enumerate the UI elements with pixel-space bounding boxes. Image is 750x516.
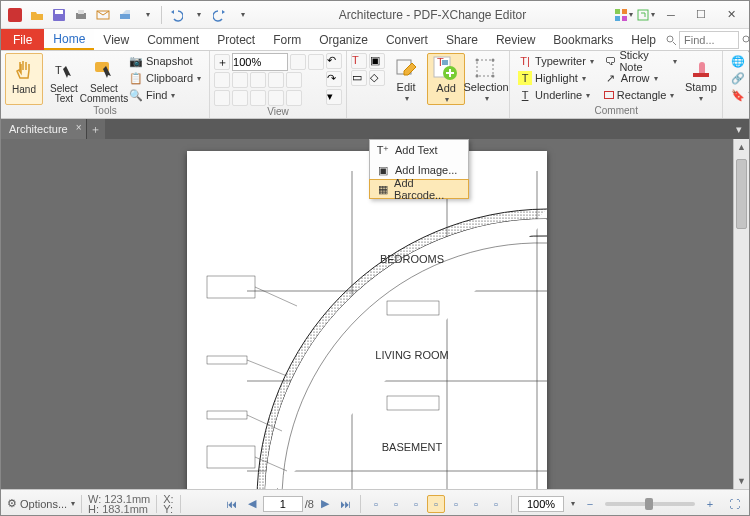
layout-3[interactable]: ▫: [407, 495, 425, 513]
create-link-button[interactable]: 🔗Create Link: [727, 70, 750, 86]
app-icon[interactable]: [5, 5, 25, 25]
close-icon[interactable]: ×: [76, 122, 82, 133]
fit-button[interactable]: ⛶: [725, 495, 743, 513]
arrow-button[interactable]: ↗Arrow▾: [600, 70, 681, 86]
selection-button[interactable]: Selection▾: [467, 53, 505, 105]
launch-icon[interactable]: ▾: [635, 5, 655, 25]
view-btn-3[interactable]: [250, 72, 266, 88]
view-more-icon[interactable]: ▾: [326, 89, 342, 105]
add-bookmark-button[interactable]: 🔖Add Bookmark: [727, 87, 750, 103]
zoom-select[interactable]: [232, 53, 288, 71]
view-btn-4[interactable]: [268, 72, 284, 88]
view-btn-7[interactable]: [232, 90, 248, 106]
layout-2[interactable]: ▫: [387, 495, 405, 513]
tab-organize[interactable]: Organize: [310, 29, 377, 50]
rotate-left-icon[interactable]: ↶: [326, 53, 342, 69]
zoom-in-button[interactable]: +: [701, 495, 719, 513]
find-button[interactable]: 🔍Find▾: [125, 87, 205, 103]
view-btn-9[interactable]: [268, 90, 284, 106]
edit-text-icon[interactable]: T: [351, 53, 367, 69]
layout-1[interactable]: ▫: [367, 495, 385, 513]
tab-review[interactable]: Review: [487, 29, 544, 50]
document-viewport: BEDROOMS LIVING ROOM BASEMENT T⁺Add Text…: [1, 139, 749, 489]
scan-button[interactable]: [115, 5, 135, 25]
layout-7[interactable]: ▫: [487, 495, 505, 513]
view-btn-2[interactable]: [232, 72, 248, 88]
maximize-button[interactable]: ☐: [687, 4, 715, 26]
view-btn-6[interactable]: [214, 90, 230, 106]
canvas[interactable]: BEDROOMS LIVING ROOM BASEMENT: [1, 139, 733, 489]
tab-protect[interactable]: Protect: [208, 29, 264, 50]
add-button[interactable]: T Add▾: [427, 53, 465, 105]
vertical-scrollbar[interactable]: ▲ ▼: [733, 139, 749, 489]
email-button[interactable]: [93, 5, 113, 25]
options-button[interactable]: Options...: [20, 498, 67, 510]
tab-comment[interactable]: Comment: [138, 29, 208, 50]
typewriter-button[interactable]: T|Typewriter▾: [514, 53, 598, 69]
redo-button[interactable]: [210, 5, 230, 25]
print-button[interactable]: [71, 5, 91, 25]
save-button[interactable]: [49, 5, 69, 25]
tab-bookmarks[interactable]: Bookmarks: [544, 29, 622, 50]
scroll-down-icon[interactable]: ▼: [734, 473, 749, 489]
first-page-button[interactable]: ⏮: [223, 495, 241, 513]
edit-button[interactable]: Edit▾: [387, 53, 425, 105]
view-btn-5[interactable]: [286, 72, 302, 88]
layout-4[interactable]: ▫: [427, 495, 445, 513]
highlight-button[interactable]: THighlight▾: [514, 70, 598, 86]
tab-view[interactable]: View: [94, 29, 138, 50]
view-btn-1[interactable]: [214, 72, 230, 88]
svg-rect-10: [622, 16, 627, 21]
undo-more[interactable]: ▾: [188, 5, 208, 25]
tab-form[interactable]: Form: [264, 29, 310, 50]
zoom-input[interactable]: [518, 496, 564, 512]
page-input[interactable]: [263, 496, 303, 512]
web-links-button[interactable]: 🌐Web Links▾: [727, 53, 750, 69]
prev-page-button[interactable]: ◀: [243, 495, 261, 513]
clipboard-button[interactable]: 📋Clipboard▾: [125, 70, 205, 86]
zoom-out-button[interactable]: −: [581, 495, 599, 513]
edit-shape-icon[interactable]: ◇: [369, 70, 385, 86]
tab-home[interactable]: Home: [44, 29, 94, 50]
view-btn-8[interactable]: [250, 90, 266, 106]
edit-form-icon[interactable]: ▭: [351, 70, 367, 86]
file-tab[interactable]: File: [1, 29, 44, 50]
scroll-up-icon[interactable]: ▲: [734, 139, 749, 155]
scroll-thumb[interactable]: [736, 159, 747, 229]
qat-more[interactable]: ▾: [137, 5, 157, 25]
underline-button[interactable]: TUnderline▾: [514, 87, 598, 103]
rotate-right-icon[interactable]: ↷: [326, 71, 342, 87]
tab-share[interactable]: Share: [437, 29, 487, 50]
sticky-note-button[interactable]: 🗨Sticky Note▾: [600, 53, 681, 69]
rectangle-button[interactable]: Rectangle▾: [600, 87, 681, 103]
next-page-button[interactable]: ▶: [316, 495, 334, 513]
tab-convert[interactable]: Convert: [377, 29, 437, 50]
document-tab[interactable]: Architecture ×: [1, 119, 87, 139]
zoom-slider[interactable]: [605, 502, 695, 506]
snapshot-button[interactable]: 📷Snapshot: [125, 53, 205, 69]
select-text-tool[interactable]: T Select Text: [45, 53, 83, 105]
redo-more[interactable]: ▾: [232, 5, 252, 25]
select-comments-tool[interactable]: Select Comments: [85, 53, 123, 105]
tab-overflow-button[interactable]: ▾: [729, 119, 749, 139]
zoom-in-icon[interactable]: ＋: [214, 54, 230, 70]
view-btn-10[interactable]: [286, 90, 302, 106]
stamp-button[interactable]: Stamp▾: [683, 53, 718, 105]
find-input[interactable]: [679, 31, 739, 49]
add-text-item[interactable]: T⁺Add Text: [370, 140, 468, 160]
last-page-button[interactable]: ⏭: [336, 495, 354, 513]
layout-5[interactable]: ▫: [447, 495, 465, 513]
tab-help[interactable]: Help: [622, 29, 665, 50]
minimize-button[interactable]: ─: [657, 4, 685, 26]
zoom-actual-icon[interactable]: [290, 54, 306, 70]
open-button[interactable]: [27, 5, 47, 25]
hand-tool[interactable]: Hand: [5, 53, 43, 105]
zoom-fit-icon[interactable]: [308, 54, 324, 70]
undo-button[interactable]: [166, 5, 186, 25]
edit-image-icon[interactable]: ▣: [369, 53, 385, 69]
new-tab-button[interactable]: ＋: [87, 119, 105, 139]
layout-6[interactable]: ▫: [467, 495, 485, 513]
ui-options-icon[interactable]: ▾: [613, 5, 633, 25]
close-button[interactable]: ✕: [717, 4, 745, 26]
add-barcode-item[interactable]: ▦Add Barcode...: [369, 179, 469, 199]
